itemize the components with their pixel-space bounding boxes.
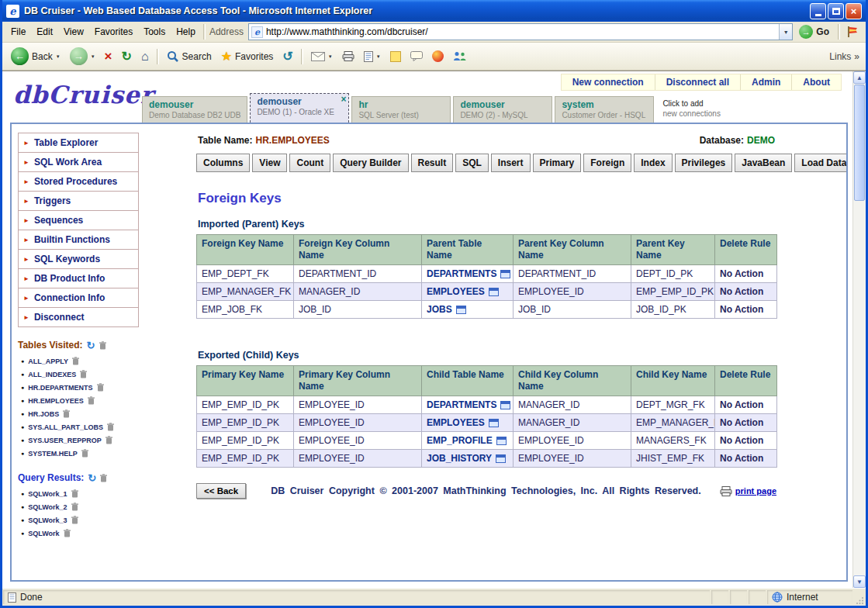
sidebar-item-sequences[interactable]: ►Sequences	[18, 210, 139, 230]
visited-table-item[interactable]: ●HR.EMPLOYEES	[18, 394, 139, 407]
forward-button[interactable]: → ▼	[66, 45, 99, 67]
tab-javabean[interactable]: JavaBean	[735, 154, 792, 172]
search-button[interactable]: Search	[163, 48, 216, 65]
delete-all-queries-icon[interactable]	[100, 474, 107, 482]
nav-new-connection[interactable]: New connection	[562, 74, 655, 90]
visited-table-item[interactable]: ●SYS.USER_REPPROP	[18, 434, 139, 447]
back-page-button[interactable]: << Back	[196, 483, 246, 499]
delete-query-icon[interactable]	[71, 489, 78, 498]
tab-view[interactable]: View	[252, 154, 287, 172]
delete-table-icon[interactable]	[72, 357, 79, 365]
scrollbar-thumb[interactable]	[854, 85, 865, 201]
print-page-link[interactable]: print page	[720, 486, 776, 496]
address-url[interactable]: http://www.maththinking.com/dbcruiser/	[266, 26, 776, 37]
flag-icon[interactable]	[842, 23, 863, 40]
messenger-ball-button[interactable]	[428, 48, 448, 64]
menu-tools[interactable]: Tools	[138, 24, 171, 40]
query-result-item[interactable]: ●SQLWork_1	[18, 487, 139, 500]
scrollbar-track[interactable]	[853, 202, 866, 575]
resize-grip[interactable]	[853, 589, 866, 606]
child-table-link[interactable]: EMPLOYEES	[427, 417, 499, 428]
visited-table-item[interactable]: ●SYS.ALL_PART_LOBS	[18, 420, 139, 434]
connection-tab-db2[interactable]: demouser Demo Database DB2 UDB	[142, 96, 247, 123]
nav-disconnect-all[interactable]: Disconnect all	[655, 74, 740, 90]
tab-primary[interactable]: Primary	[533, 154, 582, 172]
close-button[interactable]: ×	[846, 3, 862, 19]
delete-query-icon[interactable]	[71, 503, 78, 511]
scroll-down-icon[interactable]: ▼	[853, 575, 866, 588]
tab-privileges[interactable]: Privileges	[675, 154, 733, 172]
child-table-link[interactable]: EMP_PROFILE	[427, 435, 507, 446]
scroll-up-icon[interactable]: ▲	[853, 71, 866, 84]
back-dropdown-icon[interactable]: ▼	[56, 54, 61, 59]
refresh-button[interactable]: ↻	[118, 48, 136, 65]
child-table-link[interactable]: JOB_HISTORY	[427, 453, 506, 464]
refresh-tables-icon[interactable]: ↻	[87, 340, 95, 351]
print-button[interactable]	[338, 49, 358, 64]
query-result-item[interactable]: ●SQLWork_3	[18, 513, 139, 527]
sidebar-item-connection-info[interactable]: ►Connection Info	[18, 288, 139, 308]
print-page-label[interactable]: print page	[735, 486, 776, 496]
tab-count[interactable]: Count	[289, 154, 330, 172]
minimize-button[interactable]	[810, 3, 826, 19]
favorites-button[interactable]: ★ Favorites	[217, 48, 278, 65]
mail-dropdown-icon[interactable]: ▼	[328, 54, 333, 59]
tab-insert[interactable]: Insert	[491, 154, 531, 172]
go-button[interactable]: → Go	[793, 25, 835, 39]
stop-button[interactable]: ×	[101, 47, 116, 65]
refresh-queries-icon[interactable]: ↻	[88, 473, 96, 483]
tab-sql[interactable]: SQL	[455, 154, 489, 172]
address-bar[interactable]: e http://www.maththinking.com/dbcruiser/…	[248, 23, 793, 40]
menu-view[interactable]: View	[58, 24, 89, 40]
tab-foreign[interactable]: Foreign	[583, 154, 631, 172]
edit-button[interactable]: ▼	[360, 49, 385, 64]
tab-index[interactable]: Index	[634, 154, 672, 172]
forward-dropdown-icon[interactable]: ▼	[91, 54, 95, 59]
connection-tab-oracle-active[interactable]: × demouser DEMO (1) - Oracle XE	[250, 93, 349, 123]
menu-help[interactable]: Help	[171, 24, 201, 40]
sidebar-item-triggers[interactable]: ►Triggers	[18, 191, 139, 211]
connection-tab-hsql[interactable]: system Customer Order - HSQL	[555, 96, 654, 123]
delete-table-icon[interactable]	[97, 383, 104, 392]
tab-load-data[interactable]: Load Data	[794, 154, 846, 172]
parent-table-link[interactable]: DEPARTMENTS	[427, 268, 510, 279]
visited-table-item[interactable]: ●ALL_APPLY	[18, 354, 139, 368]
sidebar-item-sql-keywords[interactable]: ►SQL Keywords	[18, 249, 139, 269]
home-button[interactable]: ⌂	[137, 48, 153, 65]
delete-query-icon[interactable]	[71, 516, 78, 524]
sidebar-item-builtin-functions[interactable]: ►Builtin Functions	[18, 230, 139, 250]
parent-table-link[interactable]: JOBS	[427, 304, 466, 315]
menu-file[interactable]: File	[5, 24, 31, 40]
discuss-button[interactable]	[406, 49, 427, 64]
query-result-item[interactable]: ●SQLWork_2	[18, 500, 139, 513]
address-dropdown-icon[interactable]: ▼	[779, 24, 792, 40]
delete-query-icon[interactable]	[64, 529, 71, 537]
visited-table-item[interactable]: ●HR.DEPARTMENTS	[18, 381, 139, 394]
menu-favorites[interactable]: Favorites	[89, 24, 138, 40]
query-result-item[interactable]: ●SQLWork	[18, 527, 139, 540]
maximize-button[interactable]	[828, 3, 844, 19]
parent-table-link[interactable]: EMPLOYEES	[427, 286, 499, 297]
add-connection-link[interactable]: Click to add new connections	[656, 98, 721, 123]
sidebar-item-table-explorer[interactable]: ►Table Explorer	[18, 133, 139, 153]
history-button[interactable]: ↺	[278, 48, 296, 65]
notes-button[interactable]	[386, 49, 405, 64]
delete-table-icon[interactable]	[63, 409, 70, 418]
sidebar-item-stored-procedures[interactable]: ►Stored Procedures	[18, 171, 139, 192]
connection-tab-sqlserver[interactable]: hr SQL Server (test)	[351, 96, 451, 123]
links-area[interactable]: Links »	[829, 51, 861, 62]
connection-tab-mysql[interactable]: demouser DEMO (2) - MySQL	[453, 96, 552, 123]
sidebar-item-db-product-info[interactable]: ►DB Product Info	[18, 268, 139, 288]
vertical-scrollbar[interactable]: ▲ ▼	[852, 71, 866, 588]
tab-query-builder[interactable]: Query Builder	[333, 154, 408, 172]
nav-about[interactable]: About	[791, 74, 841, 90]
delete-all-tables-icon[interactable]	[99, 341, 106, 350]
delete-table-icon[interactable]	[81, 449, 88, 458]
sidebar-item-sql-work-area[interactable]: ►SQL Work Area	[18, 152, 139, 172]
close-tab-icon[interactable]: ×	[341, 94, 346, 105]
visited-table-item[interactable]: ●HR.JOBS	[18, 407, 139, 420]
edit-dropdown-icon[interactable]: ▼	[376, 54, 381, 59]
sidebar-item-disconnect[interactable]: ►Disconnect	[18, 307, 139, 327]
messenger-button[interactable]	[449, 49, 471, 64]
nav-admin[interactable]: Admin	[740, 74, 791, 90]
